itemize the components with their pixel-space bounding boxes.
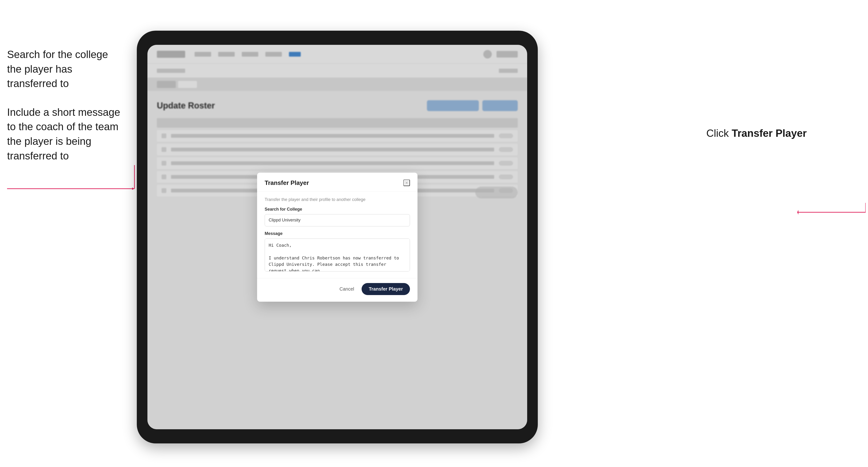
message-textarea[interactable]: Hi Coach, I understand Chris Robertson h…: [265, 239, 410, 272]
modal-title: Transfer Player: [265, 179, 309, 187]
search-college-input[interactable]: [265, 214, 410, 226]
annotation-click-text: Click: [706, 127, 732, 139]
annotation-right: Click Transfer Player: [706, 127, 807, 139]
arrow-left: [7, 165, 149, 212]
tablet-screen: Update Roster: [148, 45, 527, 429]
svg-marker-5: [797, 210, 799, 215]
annotation-left: Search for the college the player has tr…: [7, 47, 125, 177]
modal-close-button[interactable]: ×: [403, 180, 410, 186]
modal-header: Transfer Player ×: [257, 173, 417, 191]
arrow-right: [790, 203, 866, 231]
tablet-device: Update Roster: [137, 31, 538, 443]
cancel-button[interactable]: Cancel: [336, 284, 358, 294]
search-college-label: Search for College: [265, 207, 410, 212]
message-label: Message: [265, 231, 410, 236]
modal-overlay: Transfer Player × Transfer the player an…: [148, 45, 527, 429]
annotation-transfer-bold: Transfer Player: [732, 127, 807, 139]
modal-subtitle: Transfer the player and their profile to…: [265, 197, 410, 202]
annotation-search-text: Search for the college the player has tr…: [7, 47, 125, 91]
transfer-player-button[interactable]: Transfer Player: [362, 283, 410, 295]
modal-footer: Cancel Transfer Player: [257, 278, 417, 302]
annotation-message-text: Include a short message to the coach of …: [7, 105, 125, 163]
modal-body: Transfer the player and their profile to…: [257, 191, 417, 278]
transfer-player-modal: Transfer Player × Transfer the player an…: [257, 173, 417, 302]
